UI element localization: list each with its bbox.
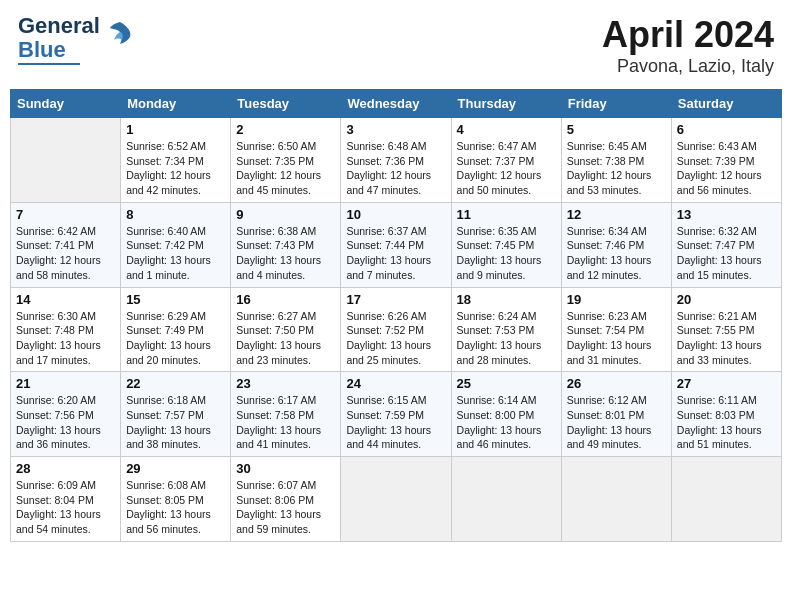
day-info: Sunrise: 6:24 AM Sunset: 7:53 PM Dayligh… bbox=[457, 309, 556, 368]
day-number: 28 bbox=[16, 461, 115, 476]
day-number: 30 bbox=[236, 461, 335, 476]
day-number: 8 bbox=[126, 207, 225, 222]
day-number: 20 bbox=[677, 292, 776, 307]
calendar-week-row: 14Sunrise: 6:30 AM Sunset: 7:48 PM Dayli… bbox=[11, 287, 782, 372]
day-number: 14 bbox=[16, 292, 115, 307]
calendar-cell: 11Sunrise: 6:35 AM Sunset: 7:45 PM Dayli… bbox=[451, 202, 561, 287]
day-number: 4 bbox=[457, 122, 556, 137]
calendar-cell: 15Sunrise: 6:29 AM Sunset: 7:49 PM Dayli… bbox=[121, 287, 231, 372]
calendar-cell: 18Sunrise: 6:24 AM Sunset: 7:53 PM Dayli… bbox=[451, 287, 561, 372]
day-number: 22 bbox=[126, 376, 225, 391]
day-info: Sunrise: 6:30 AM Sunset: 7:48 PM Dayligh… bbox=[16, 309, 115, 368]
day-number: 27 bbox=[677, 376, 776, 391]
calendar-header-row: SundayMondayTuesdayWednesdayThursdayFrid… bbox=[11, 90, 782, 118]
day-info: Sunrise: 6:42 AM Sunset: 7:41 PM Dayligh… bbox=[16, 224, 115, 283]
calendar-cell: 3Sunrise: 6:48 AM Sunset: 7:36 PM Daylig… bbox=[341, 118, 451, 203]
calendar-cell: 4Sunrise: 6:47 AM Sunset: 7:37 PM Daylig… bbox=[451, 118, 561, 203]
calendar-cell: 14Sunrise: 6:30 AM Sunset: 7:48 PM Dayli… bbox=[11, 287, 121, 372]
calendar-cell bbox=[11, 118, 121, 203]
day-info: Sunrise: 6:29 AM Sunset: 7:49 PM Dayligh… bbox=[126, 309, 225, 368]
day-number: 1 bbox=[126, 122, 225, 137]
page-subtitle: Pavona, Lazio, Italy bbox=[602, 56, 774, 77]
day-info: Sunrise: 6:38 AM Sunset: 7:43 PM Dayligh… bbox=[236, 224, 335, 283]
logo-text: General bbox=[18, 14, 100, 38]
calendar-cell: 20Sunrise: 6:21 AM Sunset: 7:55 PM Dayli… bbox=[671, 287, 781, 372]
calendar-table: SundayMondayTuesdayWednesdayThursdayFrid… bbox=[10, 89, 782, 542]
day-number: 15 bbox=[126, 292, 225, 307]
day-info: Sunrise: 6:12 AM Sunset: 8:01 PM Dayligh… bbox=[567, 393, 666, 452]
calendar-cell: 5Sunrise: 6:45 AM Sunset: 7:38 PM Daylig… bbox=[561, 118, 671, 203]
day-number: 16 bbox=[236, 292, 335, 307]
logo: General Blue bbox=[18, 14, 134, 65]
day-number: 23 bbox=[236, 376, 335, 391]
day-header-tuesday: Tuesday bbox=[231, 90, 341, 118]
calendar-cell: 28Sunrise: 6:09 AM Sunset: 8:04 PM Dayli… bbox=[11, 457, 121, 542]
page-header: General Blue April 2024 Pavona, Lazio, I… bbox=[10, 10, 782, 81]
calendar-body: 1Sunrise: 6:52 AM Sunset: 7:34 PM Daylig… bbox=[11, 118, 782, 542]
calendar-cell: 25Sunrise: 6:14 AM Sunset: 8:00 PM Dayli… bbox=[451, 372, 561, 457]
calendar-week-row: 1Sunrise: 6:52 AM Sunset: 7:34 PM Daylig… bbox=[11, 118, 782, 203]
day-info: Sunrise: 6:37 AM Sunset: 7:44 PM Dayligh… bbox=[346, 224, 445, 283]
calendar-week-row: 21Sunrise: 6:20 AM Sunset: 7:56 PM Dayli… bbox=[11, 372, 782, 457]
day-number: 2 bbox=[236, 122, 335, 137]
calendar-cell: 30Sunrise: 6:07 AM Sunset: 8:06 PM Dayli… bbox=[231, 457, 341, 542]
day-header-saturday: Saturday bbox=[671, 90, 781, 118]
day-header-thursday: Thursday bbox=[451, 90, 561, 118]
day-info: Sunrise: 6:07 AM Sunset: 8:06 PM Dayligh… bbox=[236, 478, 335, 537]
day-info: Sunrise: 6:23 AM Sunset: 7:54 PM Dayligh… bbox=[567, 309, 666, 368]
day-info: Sunrise: 6:15 AM Sunset: 7:59 PM Dayligh… bbox=[346, 393, 445, 452]
day-info: Sunrise: 6:18 AM Sunset: 7:57 PM Dayligh… bbox=[126, 393, 225, 452]
calendar-cell bbox=[451, 457, 561, 542]
day-number: 26 bbox=[567, 376, 666, 391]
day-info: Sunrise: 6:26 AM Sunset: 7:52 PM Dayligh… bbox=[346, 309, 445, 368]
day-info: Sunrise: 6:27 AM Sunset: 7:50 PM Dayligh… bbox=[236, 309, 335, 368]
calendar-cell: 9Sunrise: 6:38 AM Sunset: 7:43 PM Daylig… bbox=[231, 202, 341, 287]
day-info: Sunrise: 6:21 AM Sunset: 7:55 PM Dayligh… bbox=[677, 309, 776, 368]
day-number: 24 bbox=[346, 376, 445, 391]
day-number: 17 bbox=[346, 292, 445, 307]
day-info: Sunrise: 6:43 AM Sunset: 7:39 PM Dayligh… bbox=[677, 139, 776, 198]
calendar-cell: 23Sunrise: 6:17 AM Sunset: 7:58 PM Dayli… bbox=[231, 372, 341, 457]
calendar-week-row: 28Sunrise: 6:09 AM Sunset: 8:04 PM Dayli… bbox=[11, 457, 782, 542]
day-header-friday: Friday bbox=[561, 90, 671, 118]
day-number: 21 bbox=[16, 376, 115, 391]
calendar-cell: 13Sunrise: 6:32 AM Sunset: 7:47 PM Dayli… bbox=[671, 202, 781, 287]
day-number: 18 bbox=[457, 292, 556, 307]
day-header-monday: Monday bbox=[121, 90, 231, 118]
calendar-cell: 7Sunrise: 6:42 AM Sunset: 7:41 PM Daylig… bbox=[11, 202, 121, 287]
day-number: 5 bbox=[567, 122, 666, 137]
page-title: April 2024 bbox=[602, 14, 774, 56]
day-info: Sunrise: 6:48 AM Sunset: 7:36 PM Dayligh… bbox=[346, 139, 445, 198]
day-info: Sunrise: 6:17 AM Sunset: 7:58 PM Dayligh… bbox=[236, 393, 335, 452]
title-block: April 2024 Pavona, Lazio, Italy bbox=[602, 14, 774, 77]
day-info: Sunrise: 6:11 AM Sunset: 8:03 PM Dayligh… bbox=[677, 393, 776, 452]
day-info: Sunrise: 6:40 AM Sunset: 7:42 PM Dayligh… bbox=[126, 224, 225, 283]
day-info: Sunrise: 6:52 AM Sunset: 7:34 PM Dayligh… bbox=[126, 139, 225, 198]
calendar-cell: 17Sunrise: 6:26 AM Sunset: 7:52 PM Dayli… bbox=[341, 287, 451, 372]
day-number: 11 bbox=[457, 207, 556, 222]
calendar-cell: 6Sunrise: 6:43 AM Sunset: 7:39 PM Daylig… bbox=[671, 118, 781, 203]
calendar-cell: 16Sunrise: 6:27 AM Sunset: 7:50 PM Dayli… bbox=[231, 287, 341, 372]
day-info: Sunrise: 6:45 AM Sunset: 7:38 PM Dayligh… bbox=[567, 139, 666, 198]
day-number: 3 bbox=[346, 122, 445, 137]
day-info: Sunrise: 6:35 AM Sunset: 7:45 PM Dayligh… bbox=[457, 224, 556, 283]
day-number: 12 bbox=[567, 207, 666, 222]
day-header-wednesday: Wednesday bbox=[341, 90, 451, 118]
day-info: Sunrise: 6:47 AM Sunset: 7:37 PM Dayligh… bbox=[457, 139, 556, 198]
calendar-cell: 26Sunrise: 6:12 AM Sunset: 8:01 PM Dayli… bbox=[561, 372, 671, 457]
day-number: 9 bbox=[236, 207, 335, 222]
calendar-cell bbox=[341, 457, 451, 542]
day-number: 7 bbox=[16, 207, 115, 222]
calendar-cell: 10Sunrise: 6:37 AM Sunset: 7:44 PM Dayli… bbox=[341, 202, 451, 287]
calendar-cell: 8Sunrise: 6:40 AM Sunset: 7:42 PM Daylig… bbox=[121, 202, 231, 287]
day-number: 6 bbox=[677, 122, 776, 137]
logo-bird-icon bbox=[106, 18, 134, 46]
day-number: 19 bbox=[567, 292, 666, 307]
day-info: Sunrise: 6:34 AM Sunset: 7:46 PM Dayligh… bbox=[567, 224, 666, 283]
day-header-sunday: Sunday bbox=[11, 90, 121, 118]
calendar-cell: 12Sunrise: 6:34 AM Sunset: 7:46 PM Dayli… bbox=[561, 202, 671, 287]
calendar-cell: 19Sunrise: 6:23 AM Sunset: 7:54 PM Dayli… bbox=[561, 287, 671, 372]
day-info: Sunrise: 6:14 AM Sunset: 8:00 PM Dayligh… bbox=[457, 393, 556, 452]
calendar-cell: 27Sunrise: 6:11 AM Sunset: 8:03 PM Dayli… bbox=[671, 372, 781, 457]
calendar-cell: 24Sunrise: 6:15 AM Sunset: 7:59 PM Dayli… bbox=[341, 372, 451, 457]
